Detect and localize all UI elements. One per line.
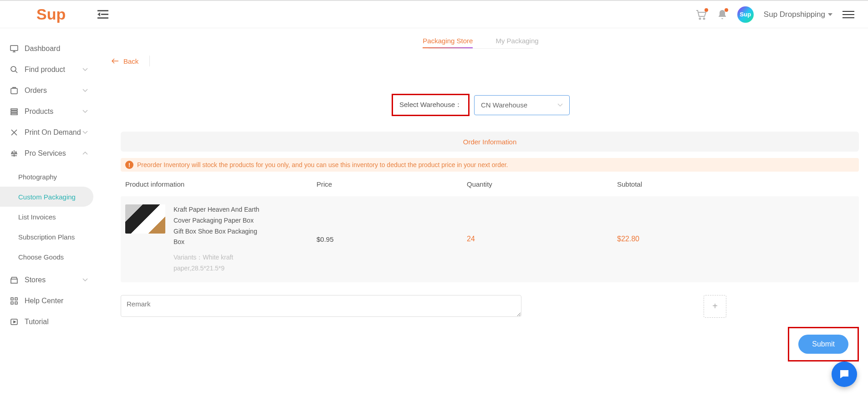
svg-rect-1 — [101, 14, 108, 15]
user-menu[interactable]: Sup Dropshipping — [764, 10, 832, 19]
svg-rect-15 — [15, 302, 17, 304]
sidebar-item-print-on-demand[interactable]: Print On Demand — [0, 122, 93, 143]
tab-my-packaging[interactable]: My Packaging — [495, 37, 538, 48]
col-price: Price — [317, 180, 467, 188]
sidebar-item-dashboard[interactable]: Dashboard — [0, 38, 93, 59]
svg-rect-9 — [11, 109, 17, 110]
sidebar-subitem-list-invoices[interactable]: List Invoices — [0, 207, 93, 227]
svg-point-4 — [699, 18, 700, 19]
back-button[interactable]: Back — [112, 56, 150, 66]
chevron-down-icon — [82, 110, 88, 113]
arrow-left-icon — [112, 58, 119, 64]
chevron-down-icon — [82, 68, 88, 71]
table-row: Kraft Paper Heaven And Earth Cover Packa… — [121, 196, 859, 282]
notifications-icon[interactable] — [717, 9, 727, 20]
grid-icon — [10, 297, 18, 305]
info-banner: ! Preorder Inventory will stock the prod… — [121, 158, 859, 172]
sidebar: Dashboard Find product Orders Products P… — [0, 28, 93, 332]
svg-rect-12 — [11, 298, 13, 300]
menu-icon[interactable] — [842, 11, 854, 18]
sidebar-subitem-photography[interactable]: Photography — [0, 167, 93, 187]
sidebar-subitem-subscription-plans[interactable]: Subscription Plans — [0, 227, 93, 247]
chevron-down-icon — [82, 89, 88, 92]
sidebar-item-label: Stores — [25, 276, 46, 284]
notifications-badge — [725, 8, 728, 12]
sidebar-sublist-pro-services: Photography Custom Packaging List Invoic… — [0, 164, 93, 270]
monitor-icon — [10, 45, 18, 53]
chevron-down-icon — [82, 131, 88, 134]
sidebar-item-orders[interactable]: Orders — [0, 80, 93, 101]
back-label: Back — [123, 57, 138, 65]
warehouse-selected-value: CN Warehouse — [481, 101, 527, 109]
avatar[interactable]: Sup — [737, 6, 754, 23]
sidebar-item-help-center[interactable]: Help Center — [0, 290, 93, 311]
plus-icon: + — [712, 301, 718, 311]
search-icon — [10, 66, 18, 74]
sidebar-item-find-product[interactable]: Find product — [0, 59, 93, 80]
col-subtotal: Subtotal — [617, 180, 854, 188]
sidebar-item-products[interactable]: Products — [0, 101, 93, 122]
chevron-down-icon — [557, 103, 563, 107]
main: Packaging Store My Packaging Back Select… — [93, 28, 868, 397]
svg-rect-10 — [11, 111, 17, 112]
sidebar-item-label: Help Center — [25, 297, 63, 305]
chat-icon — [838, 368, 850, 380]
svg-rect-13 — [15, 298, 17, 300]
svg-rect-14 — [11, 302, 13, 304]
stack-icon — [10, 107, 18, 116]
store-icon — [10, 276, 18, 284]
tabs-underline — [429, 48, 533, 49]
svg-rect-6 — [10, 46, 18, 51]
col-quantity: Quantity — [467, 180, 617, 188]
chevron-down-icon — [828, 13, 832, 16]
sidebar-item-label: Print On Demand — [25, 128, 81, 137]
play-icon — [10, 318, 18, 326]
svg-rect-3 — [97, 17, 108, 19]
sidebar-item-pro-services[interactable]: Pro Services — [0, 143, 93, 164]
sidebar-item-label: Dashboard — [25, 45, 60, 53]
sidebar-subitem-choose-goods[interactable]: Choose Goods — [0, 247, 93, 267]
add-item-button[interactable]: + — [704, 295, 726, 318]
chat-fab[interactable] — [832, 361, 857, 387]
svg-rect-8 — [11, 88, 17, 94]
svg-rect-11 — [11, 113, 17, 115]
package-icon — [10, 87, 18, 95]
sidebar-item-label: Tutorial — [25, 318, 49, 326]
product-thumbnail — [125, 204, 165, 234]
tabs: Packaging Store My Packaging — [93, 28, 868, 48]
sidebar-item-label: Orders — [25, 87, 47, 95]
user-label: Sup Dropshipping — [764, 10, 825, 19]
svg-point-7 — [11, 66, 16, 71]
sidebar-toggle-icon[interactable] — [97, 10, 108, 19]
warehouse-select[interactable]: CN Warehouse — [474, 95, 570, 115]
tools-icon — [10, 128, 18, 137]
banner-text: Preorder Inventory will stock the produc… — [137, 161, 508, 168]
remark-input[interactable] — [121, 295, 521, 317]
col-product: Product information — [125, 180, 317, 188]
sidebar-item-tutorial[interactable]: Tutorial — [0, 311, 93, 332]
sidebar-subitem-custom-packaging[interactable]: Custom Packaging — [0, 187, 93, 207]
sidebar-item-label: Pro Services — [25, 149, 66, 158]
svg-marker-2 — [97, 12, 100, 16]
section-title: Order Information — [121, 132, 859, 152]
submit-button[interactable]: Submit — [798, 335, 848, 354]
tab-packaging-store[interactable]: Packaging Store — [423, 37, 473, 48]
svg-point-5 — [703, 18, 705, 19]
logo[interactable]: Sup — [36, 5, 66, 23]
submit-highlight: Submit — [788, 327, 859, 361]
product-name: Kraft Paper Heaven And Earth Cover Packa… — [174, 204, 265, 248]
sidebar-item-stores[interactable]: Stores — [0, 270, 93, 290]
sidebar-item-label: Find product — [25, 66, 65, 74]
scale-icon — [10, 149, 18, 158]
warning-icon: ! — [125, 161, 133, 169]
sidebar-item-label: Products — [25, 107, 53, 116]
cart-icon[interactable] — [695, 9, 707, 20]
svg-rect-0 — [97, 10, 108, 11]
table-header: Product information Price Quantity Subto… — [121, 172, 859, 196]
warehouse-selector-row: Select Warehouse： CN Warehouse — [93, 94, 868, 116]
chevron-down-icon — [82, 278, 88, 282]
topbar: Sup Sup Sup Dropshipping — [0, 0, 868, 28]
warehouse-label: Select Warehouse： — [392, 94, 470, 116]
chevron-up-icon — [82, 152, 88, 155]
product-price: $0.95 — [317, 204, 467, 274]
